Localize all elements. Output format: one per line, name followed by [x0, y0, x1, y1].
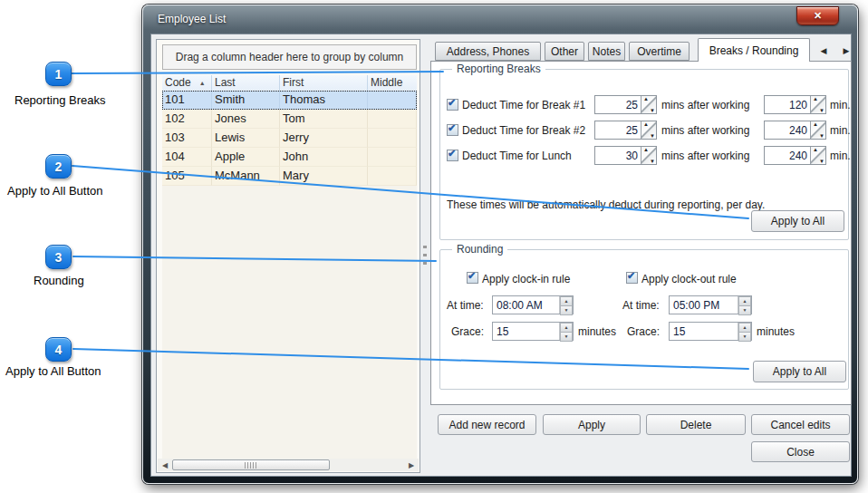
table-row[interactable]: 104 Apple John: [162, 148, 417, 167]
check-icon: ✔: [448, 122, 456, 134]
grace-spinner[interactable]: ▲▼: [559, 323, 573, 340]
break-1-label: Deduct Time for Break #1: [462, 99, 585, 111]
spinner-buttons[interactable]: ▲▼: [810, 96, 825, 113]
break-2-checkbox[interactable]: ✔: [447, 124, 458, 136]
spin-up-icon[interactable]: ▲: [643, 96, 649, 102]
spin-down-icon[interactable]: ▼: [560, 333, 573, 342]
breaks-apply-to-all-button[interactable]: Apply to All: [751, 210, 844, 232]
spinner-buttons[interactable]: ▲▼: [641, 121, 656, 139]
lunch-minutes-value[interactable]: 30: [595, 147, 641, 164]
break-2-minutes-stepper[interactable]: 25 ▲▼: [594, 121, 657, 140]
clock-in-time-field[interactable]: 08:00 AM ▲▼: [492, 295, 574, 314]
time-spinner[interactable]: ▲▼: [559, 296, 573, 314]
time-spinner[interactable]: ▲▼: [738, 296, 751, 314]
spin-up-icon[interactable]: ▲: [643, 121, 649, 127]
grace-in-label: Grace:: [451, 325, 484, 338]
delete-button[interactable]: Delete: [646, 414, 746, 435]
spin-up-icon[interactable]: ▲: [560, 323, 573, 333]
cell-middle: [368, 167, 417, 186]
spin-down-icon[interactable]: ▼: [738, 306, 751, 315]
column-header-first[interactable]: First: [280, 75, 368, 91]
spin-down-icon[interactable]: ▼: [738, 333, 751, 342]
table-row[interactable]: 105 McMann Mary: [162, 167, 417, 186]
tab-address-phones[interactable]: Address, Phones: [435, 42, 541, 61]
grace-in-field[interactable]: 15 ▲▼: [492, 322, 574, 341]
column-header-code[interactable]: Code▲: [162, 75, 212, 91]
column-header-last[interactable]: Last: [212, 75, 280, 91]
close-button[interactable]: ✕: [796, 6, 839, 25]
cell-last: Smith: [212, 91, 280, 110]
spin-down-icon[interactable]: ▼: [819, 108, 825, 113]
cell-middle: [368, 129, 417, 148]
clock-in-rule-checkbox[interactable]: ✔: [467, 272, 478, 284]
tab-notes[interactable]: Notes: [588, 42, 625, 61]
lunch-after-stepper[interactable]: 240 ▲▼: [764, 146, 826, 165]
add-new-record-button[interactable]: Add new record: [438, 414, 536, 435]
tab-scroll-right-icon[interactable]: ▶: [840, 44, 853, 57]
spinner-buttons[interactable]: ▲▼: [641, 96, 656, 113]
grace-out-value[interactable]: 15: [670, 323, 738, 340]
lunch-checkbox[interactable]: ✔: [447, 150, 458, 161]
spin-down-icon[interactable]: ▼: [650, 133, 655, 139]
scroll-left-icon[interactable]: ◀: [159, 459, 170, 470]
spin-down-icon[interactable]: ▼: [650, 108, 655, 113]
lunch-minutes-stepper[interactable]: 30 ▲▼: [594, 146, 657, 165]
lunch-after-value[interactable]: 240: [765, 147, 810, 164]
spin-down-icon[interactable]: ▼: [819, 159, 825, 164]
clock-in-time-value[interactable]: 08:00 AM: [493, 296, 559, 314]
tab-scroll-left-icon[interactable]: ◀: [817, 44, 830, 57]
grace-in-value[interactable]: 15: [493, 323, 559, 340]
cancel-edits-button[interactable]: Cancel edits: [751, 414, 850, 435]
cell-code: 102: [162, 110, 212, 129]
spin-up-icon[interactable]: ▲: [560, 296, 573, 306]
scrollbar-thumb[interactable]: [172, 459, 330, 470]
clock-out-rule-checkbox[interactable]: ✔: [626, 272, 638, 284]
callout-4-label: Apply to All Button: [5, 364, 101, 378]
spin-down-icon[interactable]: ▼: [560, 306, 573, 315]
rounding-apply-to-all-button[interactable]: Apply to All: [753, 361, 846, 382]
spin-down-icon[interactable]: ▼: [819, 133, 825, 139]
break-1-after-stepper[interactable]: 120 ▲▼: [764, 95, 826, 114]
tab-other[interactable]: Other: [545, 42, 584, 61]
break-2-after-stepper[interactable]: 240 ▲▼: [764, 121, 826, 140]
scroll-right-icon[interactable]: ▶: [406, 459, 417, 470]
break-2-after-value[interactable]: 240: [765, 121, 810, 139]
spin-up-icon[interactable]: ▲: [813, 121, 818, 127]
break-1-minutes-value[interactable]: 25: [595, 96, 641, 113]
grace-out-field[interactable]: 15 ▲▼: [669, 322, 752, 341]
spinner-buttons[interactable]: ▲▼: [810, 147, 825, 164]
spin-up-icon[interactable]: ▲: [738, 323, 751, 333]
table-row[interactable]: 102 Jones Tom: [162, 110, 417, 129]
cell-first: Tom: [280, 110, 368, 129]
cell-code: 105: [162, 167, 212, 186]
spin-down-icon[interactable]: ▼: [650, 159, 655, 164]
clock-out-time-value[interactable]: 05:00 PM: [670, 296, 738, 314]
table-row[interactable]: 101 Smith Thomas: [162, 91, 417, 110]
tab-overtime[interactable]: Overtime: [629, 42, 690, 61]
panel-splitter[interactable]: [423, 246, 427, 266]
cell-first: Mary: [280, 167, 368, 186]
table-row[interactable]: 103 Lewis Jerry: [162, 129, 417, 148]
break-2-minutes-value[interactable]: 25: [595, 121, 641, 139]
break-1-minutes-stepper[interactable]: 25 ▲▼: [594, 95, 657, 114]
apply-button[interactable]: Apply: [543, 414, 641, 435]
spin-up-icon[interactable]: ▲: [643, 147, 649, 152]
spin-up-icon[interactable]: ▲: [813, 96, 818, 102]
cell-code: 101: [162, 91, 212, 110]
spinner-buttons[interactable]: ▲▼: [810, 121, 825, 139]
close-dialog-button[interactable]: Close: [751, 441, 850, 462]
title-bar[interactable]: Employee List ✕: [143, 5, 857, 33]
break-1-checkbox[interactable]: ✔: [447, 99, 458, 111]
group-by-hint[interactable]: Drag a column header here to group by co…: [162, 44, 417, 70]
column-header-middle[interactable]: Middle: [368, 75, 417, 91]
spin-up-icon[interactable]: ▲: [738, 296, 751, 306]
break-1-after-value[interactable]: 120: [765, 96, 810, 113]
horizontal-scrollbar[interactable]: ◀ ▶: [158, 459, 419, 471]
spin-up-icon[interactable]: ▲: [813, 147, 818, 152]
spinner-buttons[interactable]: ▲▼: [641, 147, 656, 164]
sort-asc-icon: ▲: [199, 80, 206, 86]
lunch-row: ✔ Deduct Time for Lunch 30 ▲▼ mins after…: [440, 146, 850, 166]
grace-spinner[interactable]: ▲▼: [738, 323, 751, 340]
tab-breaks-rounding[interactable]: Breaks / Rounding: [698, 38, 810, 62]
clock-out-time-field[interactable]: 05:00 PM ▲▼: [669, 295, 752, 314]
